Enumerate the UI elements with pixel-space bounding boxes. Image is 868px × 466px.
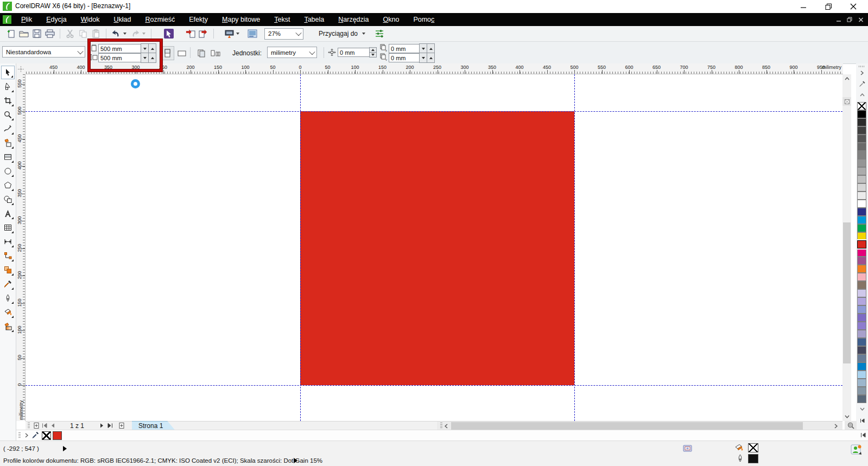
palette-swatch-a04e8e[interactable] bbox=[857, 257, 866, 265]
tool-blend[interactable] bbox=[1, 263, 15, 277]
membership-person-icon[interactable] bbox=[851, 444, 863, 456]
doc-minimize-icon[interactable] bbox=[836, 17, 841, 22]
zoom-to-fit-button[interactable] bbox=[845, 421, 857, 430]
copy-button[interactable] bbox=[77, 27, 90, 40]
palette-swatch-2b3087[interactable] bbox=[857, 208, 866, 216]
menu-pomoc[interactable]: Pomoc bbox=[406, 16, 441, 23]
current-page-size-button[interactable] bbox=[208, 46, 222, 60]
minimize-button[interactable] bbox=[791, 0, 816, 13]
palette-swatch-3f5e8c[interactable] bbox=[857, 338, 866, 346]
palette-swatch-a9d2ee[interactable] bbox=[857, 371, 866, 379]
tool-text[interactable] bbox=[1, 207, 15, 220]
application-launcher-dropdown-arrow[interactable] bbox=[236, 33, 239, 35]
vertical-scrollbar[interactable] bbox=[842, 74, 851, 421]
tool-ellipse[interactable] bbox=[1, 164, 15, 178]
palette-swatch-a7a0cb[interactable] bbox=[857, 330, 866, 338]
restore-button[interactable] bbox=[816, 0, 841, 13]
print-button[interactable] bbox=[43, 27, 56, 40]
palette-swatch-596878[interactable] bbox=[857, 395, 866, 403]
last-page-button[interactable] bbox=[106, 422, 114, 430]
tool-basic-shapes[interactable] bbox=[1, 193, 15, 206]
status-expand-arrow-icon[interactable] bbox=[63, 446, 67, 451]
search-content-button[interactable] bbox=[162, 27, 175, 40]
tool-dimension[interactable] bbox=[1, 235, 15, 248]
ruler-origin-button[interactable] bbox=[16, 63, 26, 75]
tool-interactive-fill[interactable] bbox=[1, 320, 15, 333]
document-palette-scroll-left[interactable] bbox=[860, 432, 866, 439]
tool-polygon[interactable] bbox=[1, 178, 15, 192]
close-view-button[interactable] bbox=[842, 97, 851, 106]
vertical-ruler[interactable]: milimetry 050100150200250300350400450500… bbox=[16, 74, 26, 421]
page-size-preset-combobox[interactable]: Niestandardowa bbox=[2, 46, 85, 58]
outline-indicator-icon[interactable] bbox=[737, 454, 744, 464]
palette-swatch-none[interactable] bbox=[857, 102, 866, 110]
document-palette-flyout[interactable] bbox=[25, 433, 28, 439]
landscape-orientation-button[interactable] bbox=[175, 46, 188, 60]
navbar-grip[interactable] bbox=[28, 423, 30, 429]
tool-pick[interactable] bbox=[1, 66, 15, 79]
portrait-orientation-button[interactable] bbox=[161, 46, 174, 60]
palette-swatch-8d7cce[interactable] bbox=[857, 322, 866, 330]
horizontal-scroll-thumb[interactable] bbox=[451, 422, 803, 430]
tool-zoom[interactable] bbox=[1, 108, 15, 122]
scroll-right-button[interactable] bbox=[832, 422, 840, 430]
palette-scroll-up-button[interactable] bbox=[856, 91, 868, 99]
menu-efekty[interactable]: Efekty bbox=[182, 16, 215, 23]
duplicate-distance-x-field[interactable]: 0 mm bbox=[389, 44, 423, 53]
palette-grip[interactable] bbox=[856, 64, 868, 68]
document-palette-eyedropper-icon[interactable] bbox=[31, 431, 39, 441]
palette-swatch-555555[interactable] bbox=[857, 135, 866, 143]
close-button[interactable] bbox=[841, 0, 866, 13]
palette-swatch-f7b2ba[interactable] bbox=[857, 273, 866, 281]
first-page-button[interactable] bbox=[40, 422, 48, 430]
menu-mapy-bitowe[interactable]: Mapy bitowe bbox=[215, 16, 267, 23]
doc-restore-icon[interactable] bbox=[847, 17, 853, 23]
palette-swatch-c0c0c0[interactable] bbox=[857, 175, 866, 183]
options-button[interactable] bbox=[373, 27, 386, 40]
document-palette-red-swatch[interactable] bbox=[53, 431, 62, 440]
palette-swatch-8e9ad6[interactable] bbox=[857, 305, 866, 314]
fill-color-none-swatch[interactable] bbox=[748, 443, 758, 452]
next-page-button[interactable] bbox=[98, 422, 106, 430]
menu-edycja[interactable]: Edycja bbox=[39, 16, 74, 23]
add-page-before-button[interactable] bbox=[32, 422, 40, 430]
profiles-expand-arrow-icon[interactable] bbox=[294, 458, 297, 463]
doc-close-icon[interactable] bbox=[858, 17, 864, 22]
palette-flyout-button[interactable] bbox=[856, 69, 868, 76]
previous-page-button[interactable] bbox=[48, 422, 56, 430]
page-square[interactable] bbox=[300, 111, 574, 385]
palette-scroll-down-button[interactable] bbox=[856, 405, 868, 413]
menu-tabela[interactable]: Tabela bbox=[297, 16, 331, 23]
menu-rozmieść[interactable]: Rozmieść bbox=[138, 16, 182, 23]
proof-colors-icon[interactable] bbox=[683, 445, 692, 454]
palette-swatch-7e6bc4[interactable] bbox=[857, 314, 866, 322]
nudge-offset-field[interactable]: 0 mm bbox=[338, 48, 372, 57]
add-page-after-button[interactable] bbox=[117, 422, 125, 430]
palette-swatch-959595[interactable] bbox=[857, 159, 866, 167]
tool-freehand[interactable] bbox=[1, 122, 15, 136]
outline-color-swatch[interactable] bbox=[748, 454, 758, 463]
palette-swatch-0099d8[interactable] bbox=[857, 216, 866, 224]
palette-eyedropper-icon[interactable] bbox=[856, 79, 868, 90]
menu-układ[interactable]: Układ bbox=[106, 16, 138, 23]
open-button[interactable] bbox=[17, 27, 30, 40]
palette-swatch-9db6cc[interactable] bbox=[857, 379, 866, 387]
palette-swatch-ebebeb[interactable] bbox=[857, 191, 866, 200]
palette-swatch-d9291c[interactable] bbox=[857, 240, 866, 248]
vertical-scroll-thumb[interactable] bbox=[843, 222, 851, 363]
guide-vertical-left[interactable] bbox=[300, 74, 301, 421]
palette-swatch-0080c8[interactable] bbox=[857, 362, 866, 371]
guide-horizontal-top[interactable] bbox=[26, 111, 842, 112]
tool-rectangle[interactable] bbox=[1, 150, 15, 164]
tool-table[interactable] bbox=[1, 221, 15, 234]
dup-y-increase-button[interactable] bbox=[427, 53, 435, 63]
palette-swatch-404040[interactable] bbox=[857, 126, 866, 135]
tool-crop[interactable] bbox=[1, 94, 15, 107]
page-tab-strona-1[interactable]: Strona 1 bbox=[132, 421, 175, 430]
tool-outline-pen[interactable] bbox=[1, 291, 15, 305]
palette-swatch-687c96[interactable] bbox=[857, 354, 866, 362]
redo-button[interactable] bbox=[129, 27, 142, 40]
save-button[interactable] bbox=[30, 27, 43, 40]
zoom-level-combobox[interactable]: 27% bbox=[264, 28, 303, 40]
palette-swatch-857466[interactable] bbox=[857, 281, 866, 289]
